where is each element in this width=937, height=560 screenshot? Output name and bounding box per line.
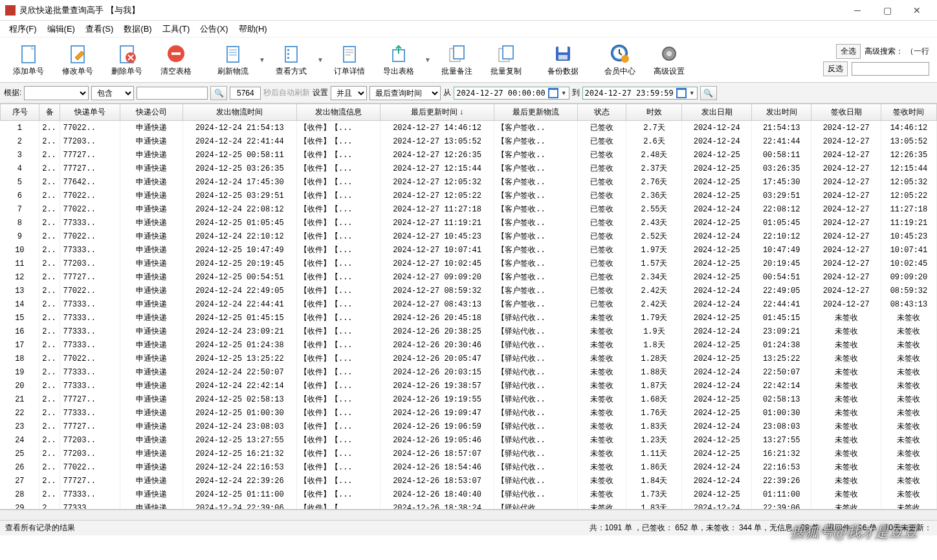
batchnote-button[interactable]: 批量备注: [434, 41, 480, 80]
table-row[interactable]: 12..77022..申通快递2024-12-24 21:54:13【收件】【.…: [1, 121, 937, 135]
date-search-button[interactable]: 🔍: [700, 86, 717, 100]
refresh-button[interactable]: 刷新物流: [210, 41, 256, 80]
table-row[interactable]: 222..77333..申通快递2024-12-25 01:00:30【收件】【…: [1, 406, 937, 420]
close-button[interactable]: ✕: [902, 1, 932, 20]
svg-rect-11: [287, 49, 289, 51]
table-row[interactable]: 192..77333..申通快递2024-12-24 22:50:07【收件】【…: [1, 365, 937, 379]
table-row[interactable]: 22..77203..申通快递2024-12-24 22:41:44【收件】【.…: [1, 135, 937, 148]
refresh-icon: [223, 43, 243, 64]
select-invert-button[interactable]: 反选: [823, 61, 848, 76]
member-button[interactable]: 会员中心: [597, 41, 643, 80]
menu-edit[interactable]: 编辑(E): [42, 21, 80, 37]
copy-icon: [496, 43, 516, 64]
menu-program[interactable]: 程序(F): [4, 21, 42, 37]
advset-button[interactable]: 高级设置: [646, 41, 692, 80]
table-row[interactable]: 262..77022..申通快递2024-12-24 22:16:53【收件】【…: [1, 460, 937, 474]
table-row[interactable]: 122..77727..申通快递2024-12-25 00:54:51【收件】【…: [1, 270, 937, 284]
col-senthour[interactable]: 发出时间: [751, 104, 811, 121]
menu-announce[interactable]: 公告(X): [195, 21, 233, 37]
search-button[interactable]: 🔍: [210, 86, 227, 100]
date-from-input[interactable]: 2024-12-27 00:00:00 ▼: [454, 87, 569, 100]
table-container: 序号 备 快递单号 快递公司 发出物流时间 发出物流信息 最后更新时间 ↓ 最后…: [0, 103, 937, 510]
table-row[interactable]: 202..77333..申通快递2024-12-24 22:42:14【收件】【…: [1, 379, 937, 393]
table-row[interactable]: 292..77333..申通快递2024-12-24 22:39:06【收件】【…: [1, 501, 937, 510]
table-row[interactable]: 162..77333..申通快递2024-12-24 23:09:21【收件】【…: [1, 325, 937, 338]
table-row[interactable]: 42..77727..申通快递2024-12-25 03:26:35【收件】【.…: [1, 162, 937, 175]
col-sentinfo[interactable]: 发出物流信息: [296, 104, 380, 121]
backup-button[interactable]: 备份数据: [540, 41, 586, 80]
list-icon: [281, 43, 302, 64]
window-title: 灵欣快递批量查询高手 【与我】: [19, 5, 843, 16]
menu-tools[interactable]: 工具(T): [157, 21, 195, 37]
count-input[interactable]: [230, 87, 261, 100]
col-lastlog[interactable]: 最后更新物流: [494, 104, 578, 121]
table-row[interactable]: 52..77642..申通快递2024-12-24 17:45:30【收件】【.…: [1, 175, 937, 189]
delete-number-button[interactable]: 删除单号: [104, 41, 150, 80]
table-row[interactable]: 152..77333..申通快递2024-12-25 01:45:15【收件】【…: [1, 311, 937, 325]
chevron-down-icon: ▼: [561, 90, 567, 96]
table-row[interactable]: 212..77727..申通快递2024-12-25 02:58:13【收件】【…: [1, 393, 937, 406]
date-to-input[interactable]: 2024-12-27 23:59:59 ▼: [582, 87, 698, 100]
table-row[interactable]: 172..77333..申通快递2024-12-25 01:24:38【收件】【…: [1, 338, 937, 352]
lastquery-select[interactable]: 最后查询时间: [369, 86, 441, 100]
batchcopy-button[interactable]: 批量复制: [483, 41, 529, 80]
genju-select[interactable]: [24, 86, 89, 100]
clear-table-button[interactable]: 清空表格: [153, 41, 199, 80]
minimize-button[interactable]: ─: [843, 1, 872, 20]
table-row[interactable]: 112..77203..申通快递2024-12-25 20:19:45【收件】【…: [1, 257, 937, 270]
app-icon: [5, 5, 16, 16]
export-button[interactable]: 导出表格: [375, 41, 422, 80]
dropdown-arrow-icon[interactable]: ▼: [258, 56, 267, 63]
include-select[interactable]: 包含: [91, 86, 134, 100]
select-all-button[interactable]: 全选: [836, 44, 861, 59]
table-row[interactable]: 282..77333..申通快递2024-12-25 01:11:00【收件】【…: [1, 488, 937, 501]
table-row[interactable]: 242..77203..申通快递2024-12-25 13:27:55【收件】【…: [1, 433, 937, 447]
svg-point-28: [621, 55, 629, 63]
col-lastupdate[interactable]: 最后更新时间 ↓: [380, 104, 494, 121]
table-row[interactable]: 72..77022..申通快递2024-12-24 22:08:12【收件】【.…: [1, 202, 937, 216]
status-right: 共：1091 单 ，已签收： 652 单，未签收： 344 单，无信息：69 单…: [590, 522, 932, 533]
table-row[interactable]: 32..77727..申通快递2024-12-25 00:58:11【收件】【.…: [1, 148, 937, 162]
col-sentdate[interactable]: 发出日期: [682, 104, 752, 121]
table-row[interactable]: 182..77022..申通快递2024-12-25 13:25:22【收件】【…: [1, 352, 937, 365]
add-number-button[interactable]: 添加单号: [5, 41, 52, 80]
col-num[interactable]: 快递单号: [60, 104, 120, 121]
maximize-button[interactable]: ▢: [872, 1, 902, 20]
col-signdate[interactable]: 签收日期: [811, 104, 881, 121]
table-row[interactable]: 62..77022..申通快递2024-12-25 03:29:51【收件】【.…: [1, 189, 937, 202]
table-row[interactable]: 252..77203..申通快递2024-12-25 16:21:32【收件】【…: [1, 447, 937, 460]
col-mark[interactable]: 备: [39, 104, 60, 121]
svg-rect-10: [285, 47, 297, 62]
col-senttime[interactable]: 发出物流时间: [182, 104, 296, 121]
and-select[interactable]: 并且: [331, 86, 367, 100]
col-seq[interactable]: 序号: [1, 104, 39, 121]
col-company[interactable]: 快递公司: [120, 104, 182, 121]
dropdown-arrow-icon[interactable]: ▼: [316, 56, 325, 63]
col-status[interactable]: 状态: [578, 104, 626, 121]
table-row[interactable]: 82..77333..申通快递2024-12-25 01:05:45【收件】【.…: [1, 216, 937, 230]
table-row[interactable]: 132..77022..申通快递2024-12-24 22:49:05【收件】【…: [1, 284, 937, 297]
col-signtime[interactable]: 签收时间: [881, 104, 936, 121]
menu-data[interactable]: 数据(B): [118, 21, 157, 37]
table-row[interactable]: 142..77333..申通快递2024-12-24 22:44:41【收件】【…: [1, 297, 937, 311]
settings-link[interactable]: 设置: [313, 87, 328, 98]
viewmode-button[interactable]: 查看方式: [268, 41, 314, 80]
table-row[interactable]: 232..77727..申通快递2024-12-24 23:08:03【收件】【…: [1, 420, 937, 433]
detail-button[interactable]: 订单详情: [326, 41, 373, 80]
svg-rect-20: [454, 46, 464, 59]
clock-icon: [610, 43, 630, 64]
status-left: 查看所有记录的结果: [5, 522, 75, 533]
table-row[interactable]: 102..77333..申通快递2024-12-25 10:47:49【收件】【…: [1, 243, 937, 257]
document-delete-icon: [116, 43, 137, 64]
horizontal-scrollbar[interactable]: [0, 510, 937, 520]
menu-view[interactable]: 查看(S): [80, 21, 118, 37]
modify-number-button[interactable]: 修改单号: [54, 41, 101, 80]
advsearch-input[interactable]: [852, 62, 929, 76]
to-label: 到: [572, 87, 580, 98]
table-row[interactable]: 92..77022..申通快递2024-12-24 22:10:12【收件】【.…: [1, 230, 937, 243]
menu-help[interactable]: 帮助(H): [234, 21, 272, 37]
table-row[interactable]: 272..77727..申通快递2024-12-24 22:39:26【收件】【…: [1, 474, 937, 488]
col-eff[interactable]: 时效: [626, 104, 682, 121]
dropdown-arrow-icon[interactable]: ▼: [423, 56, 432, 63]
filter-text-input[interactable]: [137, 87, 208, 100]
